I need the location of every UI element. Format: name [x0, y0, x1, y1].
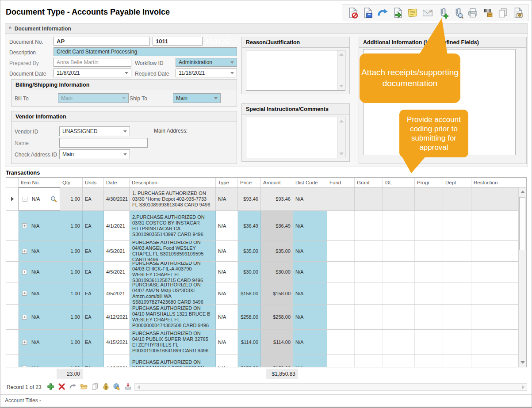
cell-progr[interactable] — [415, 330, 443, 355]
cell-item_no[interactable]: N/A — [19, 187, 60, 210]
cell-grant[interactable] — [355, 282, 383, 304]
grid-header-fund[interactable]: Fund — [327, 178, 355, 187]
cell-units[interactable]: EA — [83, 187, 104, 210]
cell-description[interactable]: PURCHASE AUTHORIZED ON 04/07 AMZN Mktp U… — [130, 282, 216, 304]
cell-qty[interactable]: 1.00 — [60, 262, 83, 282]
copy-row-icon[interactable] — [90, 382, 100, 391]
scroll-right-icon[interactable] — [520, 385, 526, 389]
cell-amount[interactable]: $93.46 — [261, 187, 293, 210]
cell-gl[interactable] — [383, 305, 415, 329]
export-document-icon[interactable] — [391, 7, 404, 19]
required-date-dropdown[interactable]: 11/18/2021 — [176, 69, 237, 77]
cell-date[interactable]: 4/1/2021 — [104, 211, 130, 240]
cell-dept[interactable] — [443, 241, 471, 261]
cell-progr[interactable] — [415, 305, 443, 329]
cell-description[interactable]: 1. PURCHASE AUTHORIZED ON 03/30 *Home De… — [130, 187, 216, 210]
cell-grant[interactable] — [355, 262, 383, 282]
open-folder-icon[interactable] — [79, 382, 88, 391]
cell-gl[interactable] — [383, 187, 415, 210]
cell-restriction[interactable] — [471, 241, 519, 261]
transaction-row[interactable]: N/A1.00EA4/30/20211. PURCHASE AUTHORIZED… — [6, 187, 526, 211]
grid-vertical-scrollbar[interactable] — [518, 187, 526, 367]
grid-header-dist_code[interactable]: Dist Code — [293, 178, 327, 187]
cell-gl[interactable] — [383, 262, 415, 282]
cell-units[interactable]: EA — [83, 330, 104, 355]
cell-dept[interactable] — [443, 330, 471, 355]
grid-header-units[interactable]: Units — [83, 178, 104, 187]
row-marker[interactable] — [6, 282, 19, 304]
cell-restriction[interactable] — [471, 282, 519, 304]
grid-header-date[interactable]: Date — [104, 178, 130, 187]
cell-description[interactable]: PURCHASE AUTHORIZED ON 04/03 CHICK-FIL-A… — [130, 262, 216, 282]
cell-gl[interactable] — [383, 330, 415, 355]
workflow-id-dropdown[interactable]: Administration — [176, 58, 237, 67]
scroll-down-icon[interactable] — [339, 85, 344, 88]
cell-fund[interactable] — [327, 355, 355, 367]
cell-type[interactable]: N/A — [216, 187, 238, 210]
row-marker[interactable] — [6, 211, 19, 240]
cell-date[interactable]: 4/5/2021 — [104, 241, 130, 261]
scroll-down-icon[interactable] — [339, 153, 344, 155]
cell-description[interactable]: PURCHASE AUTHORIZED ON 04/10 PUBLIX SUPE… — [130, 330, 216, 355]
expand-row-icon[interactable] — [22, 291, 27, 296]
cell-grant[interactable] — [355, 305, 383, 329]
cell-item_no[interactable]: N/A — [19, 330, 60, 355]
cell-qty[interactable]: 1.00 — [60, 241, 83, 261]
grid-header-description[interactable]: Description — [130, 178, 216, 187]
cell-description[interactable]: 2.PURCHASE AUTHORIZED ON 03/31 COSTCO BY… — [130, 211, 216, 240]
cell-gl[interactable] — [383, 282, 415, 304]
cell-grant[interactable] — [355, 355, 383, 367]
receive-items-icon[interactable] — [482, 7, 494, 19]
cell-fund[interactable] — [327, 282, 355, 304]
cell-grant[interactable] — [355, 187, 383, 210]
cell-dist_code[interactable]: N/A — [293, 282, 327, 304]
expand-row-icon[interactable] — [22, 366, 27, 367]
cell-qty[interactable]: 1.00 — [60, 355, 83, 367]
grid-header-gl[interactable]: GL — [383, 178, 415, 187]
collapse-chevron-icon[interactable]: ^ — [9, 26, 11, 31]
cell-fund[interactable] — [327, 330, 355, 355]
row-marker[interactable] — [6, 305, 19, 329]
cell-price[interactable]: $158.00 — [238, 282, 261, 304]
cell-dept[interactable] — [443, 305, 471, 329]
cell-progr[interactable] — [415, 282, 443, 304]
expand-row-icon[interactable] — [22, 340, 27, 345]
cell-units[interactable]: EA — [83, 211, 104, 240]
cell-progr[interactable] — [415, 241, 443, 261]
cell-dept[interactable] — [443, 262, 471, 282]
reason-justification-textarea[interactable] — [246, 50, 345, 91]
cell-price[interactable]: $36.49 — [238, 211, 261, 240]
save-document-icon[interactable] — [361, 7, 374, 19]
cell-dept[interactable] — [443, 282, 471, 304]
void-document-icon[interactable] — [346, 7, 359, 19]
grid-header-price[interactable]: Price — [238, 178, 261, 187]
expand-row-icon[interactable] — [23, 197, 27, 202]
cell-units[interactable]: EA — [83, 241, 104, 261]
cell-amount[interactable]: $158.00 — [261, 355, 293, 367]
cell-price[interactable]: $114.00 — [238, 330, 261, 355]
cell-progr[interactable] — [415, 211, 443, 240]
cell-fund[interactable] — [327, 211, 355, 240]
cell-dist_code[interactable]: N/A — [293, 241, 327, 261]
cell-price[interactable]: $93.46 — [238, 187, 261, 210]
cell-amount[interactable]: $36.49 — [261, 211, 293, 240]
cell-units[interactable]: EA — [83, 282, 104, 304]
cell-price[interactable]: $30.00 — [238, 262, 261, 282]
cell-restriction[interactable] — [471, 355, 519, 367]
cell-qty[interactable]: 1.00 — [60, 282, 83, 304]
cell-gl[interactable] — [383, 211, 415, 240]
cell-qty[interactable]: 1.00 — [60, 187, 83, 210]
cell-fund[interactable] — [327, 305, 355, 329]
cell-fund[interactable] — [327, 262, 355, 282]
print-icon[interactable] — [467, 7, 479, 19]
cell-date[interactable]: 4/30/2021 — [104, 187, 130, 210]
cell-description[interactable]: PURCHASE AUTHORIZED ON 04/10 MARSHALLS 1… — [130, 305, 216, 329]
ship-to-dropdown[interactable]: Main — [173, 93, 221, 103]
description-input[interactable]: Credit Card Statement Processing — [54, 47, 237, 56]
special-instructions-textarea[interactable] — [246, 117, 345, 158]
expand-row-icon[interactable] — [22, 249, 27, 254]
scrollbar-thumb[interactable] — [519, 197, 525, 250]
scroll-up-icon[interactable] — [521, 191, 525, 193]
transaction-row[interactable]: N/A1.00EA4/5/2021PURCHASE AUTHORIZED ON … — [6, 241, 526, 262]
cell-dist_code[interactable]: N/A — [293, 262, 327, 282]
